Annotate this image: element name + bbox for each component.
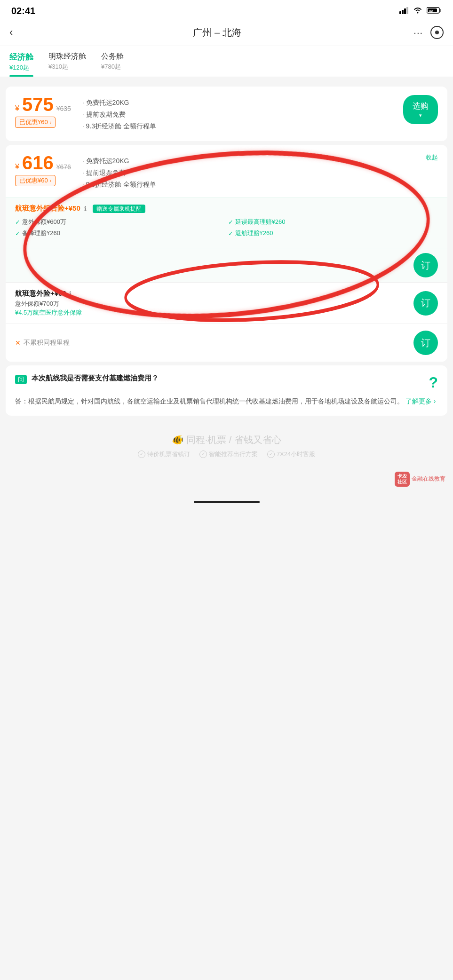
fish-icon: 🐠: [172, 435, 183, 445]
more-button[interactable]: ···: [413, 27, 423, 38]
watermark-icon: 卡农社区: [395, 472, 410, 487]
faq-question-row: 问 本次航线我是否需要支付基建燃油费用？ ?: [15, 374, 438, 391]
feature-1-1: 免费托运20KG: [82, 97, 403, 109]
page-header: ‹ 广州 – 北海 ···: [0, 20, 453, 46]
footer: 🐠 同程·机票 / 省钱又省心 ✓ 特价机票省钱订 ✓ 智能推荐出行方案 ✓ 7…: [0, 419, 453, 468]
flight-card-2-wrapper: ¥ 616 ¥676 已优惠¥60 › 免费托运20KG 提前退票免费 9.8折…: [6, 145, 447, 362]
flight-card-1-row: ¥ 575 ¥635 已优惠¥60 › 免费托运20KG 提前改期免费 9.3折…: [15, 95, 438, 133]
faq-section: 问 本次航线我是否需要支付基建燃油费用？ ? 答：根据民航局规定，针对国内航线，…: [6, 365, 447, 416]
discount-badge-2[interactable]: 已优惠¥60 ›: [15, 175, 56, 186]
status-bar: 02:41 80: [0, 0, 453, 20]
content-area: ¥ 575 ¥635 已优惠¥60 › 免费托运20KG 提前改期免费 9.3折…: [0, 77, 453, 516]
camera-button[interactable]: [430, 26, 444, 39]
camera-icon: [435, 31, 439, 34]
insurance-2-info-icon: ℹ: [69, 290, 72, 297]
signal-icon: [399, 7, 409, 16]
footer-feature-2: ✓ 智能推荐出行方案: [199, 450, 258, 458]
features-section-2: 免费托运20KG 提前退票免费 9.8折经济舱 全额行程单: [82, 153, 426, 191]
feature-2-3: 9.8折经济舱 全额行程单: [82, 179, 426, 190]
price-original-1: ¥635: [56, 105, 71, 112]
insurance-combo-order-row: 订: [6, 248, 447, 282]
insurance-features-grid: ✓ 意外保额¥600万 ✓ 延误最高理赔¥260 ✓ 备降理赔¥260 ✓ 返航…: [15, 218, 438, 237]
faq-question-text: 本次航线我是否需要支付基建燃油费用？: [32, 374, 424, 383]
home-indicator: [0, 496, 453, 511]
page-title: 广州 – 北海: [28, 26, 406, 39]
feature-2-1: 免费托运20KG: [82, 155, 426, 167]
tab-economy[interactable]: 经济舱 ¥120起: [9, 52, 33, 77]
svg-rect-6: [440, 9, 441, 12]
insurance-info-icon: ℹ: [84, 205, 87, 212]
tab-pearl-price: ¥310起: [48, 63, 68, 71]
no-accumulate-content: ✕ 不累积同程里程: [15, 339, 70, 347]
faq-q-icon: 问: [15, 375, 27, 384]
insurance-2-row: 航班意外险+¥60 ℹ 意外保额¥700万 ¥4.5万航空医疗意外保障 订: [6, 282, 447, 324]
price-main-1: ¥ 575 ¥635: [15, 95, 71, 114]
wifi-icon: [413, 7, 423, 16]
footer-logo: 🐠 同程·机票 / 省钱又省心: [9, 434, 444, 446]
check-circle-icon-1: ✓: [138, 450, 145, 458]
price-section-2: ¥ 616 ¥676 已优惠¥60 ›: [15, 153, 71, 186]
insurance-feature-4: ✓ 返航理赔¥260: [228, 229, 438, 237]
check-icon-3: ✓: [15, 230, 20, 237]
price-main-2: ¥ 616 ¥676: [15, 153, 71, 172]
tab-economy-price: ¥120起: [9, 63, 29, 72]
order-button-2[interactable]: 订: [413, 291, 438, 316]
select-button-1[interactable]: 选购 ▾: [403, 95, 438, 124]
discount-badge-1[interactable]: 已优惠¥60 ›: [15, 117, 56, 128]
chevron-right-icon: ›: [50, 119, 52, 125]
insurance-feature-3: ✓ 备降理赔¥260: [15, 229, 225, 237]
feature-2-2: 提前退票免费: [82, 167, 426, 179]
check-icon-1: ✓: [15, 219, 20, 226]
insurance-2-desc-2: ¥4.5万航空医疗意外保障: [15, 308, 413, 317]
footer-feature-1: ✓ 特价机票省钱订: [138, 450, 190, 458]
footer-features: ✓ 特价机票省钱订 ✓ 智能推荐出行方案 ✓ 7X24小时客服: [9, 450, 444, 458]
order-button-3[interactable]: 订: [413, 331, 438, 355]
tab-business-label: 公务舱: [101, 52, 124, 62]
status-icons: 80: [399, 7, 442, 16]
check-circle-icon-2: ✓: [199, 450, 207, 458]
faq-question-mark-icon: ?: [429, 374, 438, 391]
insurance-gift-badge: 赠送专属乘机提醒: [93, 205, 145, 213]
insurance-feature-1: ✓ 意外保额¥600万: [15, 218, 225, 226]
price-original-2: ¥676: [56, 163, 71, 171]
price-symbol-1: ¥: [15, 104, 19, 113]
insurance-feature-2: ✓ 延误最高理赔¥260: [228, 218, 438, 226]
watermark: 卡农社区 金融在线教育: [0, 468, 453, 496]
tab-economy-label: 经济舱: [9, 52, 33, 63]
footer-feature-3: ✓ 7X24小时客服: [267, 450, 315, 458]
insurance-2-desc-1: 意外保额¥700万: [15, 300, 413, 308]
status-time: 02:41: [11, 6, 35, 16]
flight-card-2-top: ¥ 616 ¥676 已优惠¥60 › 免费托运20KG 提前退票免费 9.8折…: [15, 153, 438, 191]
svg-rect-3: [406, 7, 408, 14]
price-amount-1: 575: [22, 95, 54, 114]
tab-business-price: ¥780起: [101, 63, 121, 71]
header-actions: ···: [406, 26, 444, 39]
cabin-tabs: 经济舱 ¥120起 明珠经济舱 ¥310起 公务舱 ¥780起: [0, 46, 453, 77]
footer-brand: 同程·机票 / 省钱又省心: [186, 435, 281, 445]
insurance-2-title: 航班意外险+¥60: [15, 289, 66, 298]
collapse-button[interactable]: 收起: [426, 153, 438, 162]
order-button-1[interactable]: 订: [413, 253, 438, 277]
flight-card-2: ¥ 616 ¥676 已优惠¥60 › 免费托运20KG 提前退票免费 9.8折…: [6, 145, 447, 198]
faq-answer-text: 答：根据民航局规定，针对国内航线，各航空运输企业及机票销售代理机构统一代收基建燃…: [15, 396, 438, 407]
price-symbol-2: ¥: [15, 163, 19, 171]
check-icon-2: ✓: [228, 219, 233, 226]
no-accumulate-text: 不累积同程里程: [24, 339, 70, 347]
watermark-text: 金融在线教育: [412, 475, 445, 483]
insurance-combo-section: 航班意外组合险+¥50 ℹ 赠送专属乘机提醒 ✓ 意外保额¥600万 ✓ 延误最…: [6, 197, 447, 248]
svg-rect-1: [402, 10, 404, 14]
insurance-combo-header: 航班意外组合险+¥50 ℹ 赠送专属乘机提醒: [15, 204, 438, 213]
svg-rect-2: [404, 8, 406, 14]
back-button[interactable]: ‹: [9, 26, 28, 39]
tab-pearl-label: 明珠经济舱: [48, 52, 86, 62]
svg-text:80: 80: [429, 9, 433, 14]
price-section-1: ¥ 575 ¥635 已优惠¥60 ›: [15, 95, 71, 128]
svg-rect-0: [399, 11, 401, 14]
home-bar: [194, 501, 260, 503]
faq-learn-more-link[interactable]: 了解更多 ›: [405, 397, 436, 405]
tab-business[interactable]: 公务舱 ¥780起: [101, 52, 124, 77]
tab-pearl-economy[interactable]: 明珠经济舱 ¥310起: [48, 52, 86, 77]
cross-icon: ✕: [15, 339, 21, 347]
flight-card-1: ¥ 575 ¥635 已优惠¥60 › 免费托运20KG 提前改期免费 9.3折…: [6, 87, 447, 141]
feature-1-3: 9.3折经济舱 全额行程单: [82, 120, 403, 132]
